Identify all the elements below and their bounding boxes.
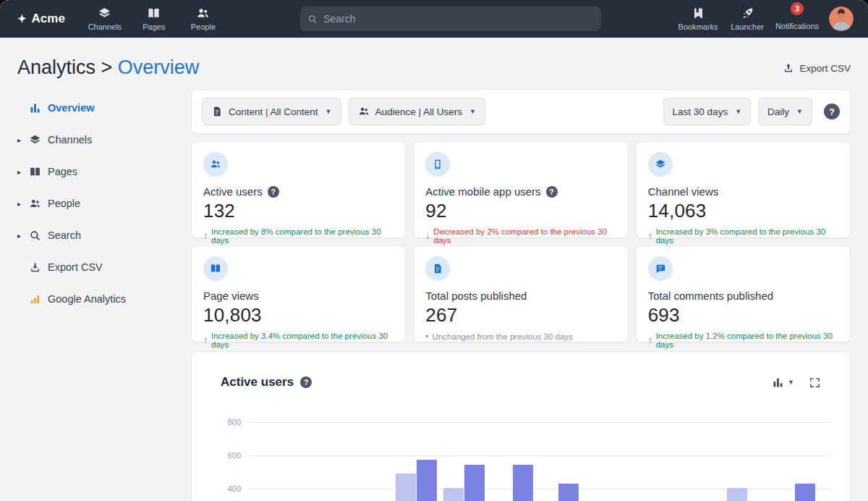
trend-up-icon: ↑ [203,231,208,241]
sidebar-item-people[interactable]: ▸ People [17,188,191,219]
stat-label: Channel views [648,185,719,198]
content-filter-dropdown[interactable]: Content | All Content ▼ [202,98,341,125]
sidebar-item-pages[interactable]: ▸ Pages [17,156,191,188]
stat-delta: ↑ Increased by 3.4% compared to the prev… [203,332,393,349]
stat-label: Page views [203,290,259,302]
rocket-icon [741,7,754,20]
topnav-pages[interactable]: Pages [133,0,175,38]
topnav: Channels Pages People [84,0,224,38]
topnav-label: Pages [142,22,165,31]
stat-delta-text: Increased by 3.4% compared to the previo… [211,332,393,349]
gridline [247,422,831,423]
stat-value: 10,803 [203,304,393,327]
breadcrumb-current[interactable]: Overview [118,56,200,78]
sidebar-item-search[interactable]: ▸ Search [17,219,191,251]
granularity-label: Daily [767,106,789,117]
content-filter-label: Content | All Content [229,106,318,117]
book-icon [147,7,161,20]
chevron-down-icon: ▼ [735,108,741,115]
download-icon [29,261,48,274]
stat-label-row: Channel views [648,185,838,198]
notification-badge: 3 [791,2,804,15]
date-range-dropdown[interactable]: Last 30 days ▼ [663,98,751,125]
topnav-label: Bookmarks [678,22,718,31]
chevron-right-icon[interactable]: ▸ [17,232,29,240]
topnav-channels[interactable]: Channels [84,0,126,38]
granularity-dropdown[interactable]: Daily ▼ [758,98,812,125]
people-icon [203,152,228,177]
stat-label-row: Active users ? [203,185,393,198]
stat-delta: ↑ Increased by 3% compared to the previo… [648,227,838,245]
stat-label-row: Active mobile app users ? [425,185,616,198]
export-csv-button[interactable]: Export CSV [783,62,851,74]
layers-icon [98,7,111,20]
chevron-down-icon: ▼ [326,108,332,115]
sidebar-label: Channels [48,134,92,146]
trend-down-icon: ↓ [425,231,430,241]
topbar-right: Bookmarks Launcher 3 Notifications [677,0,819,38]
trend-flat-icon: • [425,332,428,342]
help-icon[interactable]: ? [300,376,312,388]
search-input[interactable] [323,13,594,25]
chart-bar[interactable] [727,488,747,501]
chart-bar[interactable] [513,465,533,501]
trend-up-icon: ↑ [648,231,652,241]
stat-delta-text: Decreased by 2% compared to the previous… [433,227,616,245]
sidebar-item-google-analytics[interactable]: Google Analytics [17,283,191,315]
chart-bar[interactable] [417,460,437,501]
trend-up-icon: ↑ [648,335,652,345]
people-icon [196,7,210,20]
sidebar-item-export-csv[interactable]: Export CSV [17,251,191,283]
chart-bar[interactable] [443,488,464,501]
chart-bar[interactable] [558,484,579,501]
topnav-people[interactable]: People [182,0,224,38]
chevron-right-icon[interactable]: ▸ [17,200,29,208]
chart-type-dropdown[interactable]: ▼ [772,376,794,389]
chevron-down-icon: ▼ [796,108,803,115]
expand-button[interactable] [809,376,821,389]
people-icon [358,106,370,117]
breadcrumb-section: Analytics [17,56,95,78]
stat-label-row: Page views [203,290,393,302]
topnav-notifications[interactable]: 3 Notifications [775,0,819,38]
chart-bar[interactable] [795,484,815,501]
bar-chart-icon [29,102,48,114]
chevron-right-icon[interactable]: ▸ [17,168,29,176]
sidebar-item-channels[interactable]: ▸ Channels [17,124,191,156]
page-header: Analytics > Overview Export CSV [0,38,868,89]
help-icon[interactable]: ? [268,186,279,198]
sidebar-label: Overview [48,102,95,114]
audience-filter-label: Audience | All Users [375,106,463,117]
audience-filter-dropdown[interactable]: Audience | All Users ▼ [349,98,486,125]
breadcrumb: Analytics > Overview [17,56,199,79]
topnav-bookmarks[interactable]: Bookmarks [677,0,719,38]
brand-logo[interactable]: ✦ Acme [17,12,65,26]
main: Content | All Content ▼ Audience | All U… [191,89,851,501]
user-avatar[interactable] [829,7,854,31]
sidebar-label: People [48,198,80,209]
chart-bar[interactable] [396,473,416,501]
stat-delta: • Unchanged from the previous 30 days [425,332,616,342]
stat-value: 14,063 [648,200,838,222]
book-icon [29,166,48,178]
sidebar-item-overview[interactable]: Overview [17,92,191,124]
stat-card-total-comments-published: Total comments published 693 ↑ Increased… [636,245,851,342]
bar-chart-icon [772,376,784,389]
stat-card-active-users: Active users ? 132 ↑ Increased by 8% com… [191,141,406,238]
stat-value: 132 [203,200,393,222]
search-wrap [237,7,664,31]
sidebar-label: Search [48,230,81,241]
date-range-label: Last 30 days [673,106,728,117]
chart-plot: 800600400 [209,413,833,501]
chevron-down-icon: ▼ [469,108,476,115]
topnav-label: Launcher [731,22,764,31]
spark-icon: ✦ [17,12,27,25]
y-axis-tick: 400 [209,484,241,493]
topnav-launcher[interactable]: Launcher [726,0,768,38]
help-icon[interactable]: ? [546,186,558,198]
chevron-right-icon[interactable]: ▸ [17,136,29,144]
chart-bar[interactable] [464,465,485,501]
help-icon[interactable]: ? [824,104,840,119]
stat-label: Total comments published [648,290,773,302]
search-box[interactable] [300,7,601,31]
